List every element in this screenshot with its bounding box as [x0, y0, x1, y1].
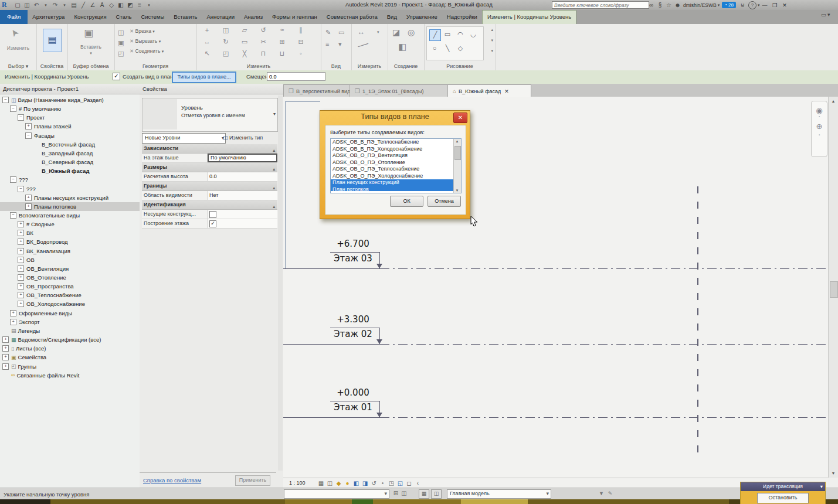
tab-file[interactable]: Файл: [0, 10, 28, 24]
tab-2[interactable]: Конструкция: [69, 10, 111, 24]
tree-item[interactable]: −# По умолчанию: [0, 104, 140, 113]
print-icon[interactable]: ▤: [69, 2, 79, 8]
trim-icon[interactable]: ⊞: [277, 38, 287, 46]
visual-style-icon[interactable]: ◆: [334, 479, 343, 488]
view-tab-1[interactable]: ❒В_перспективный вид: [283, 84, 358, 97]
properties-scrollbar[interactable]: [278, 96, 283, 471]
join-icon[interactable]: ◰: [118, 50, 124, 57]
property-value[interactable]: 0.0: [208, 172, 277, 181]
dot-icon[interactable]: ◦: [296, 50, 306, 57]
level-line[interactable]: [380, 417, 826, 418]
filter-icon[interactable]: ▼: [597, 491, 606, 496]
vertical-scrollbar[interactable]: ▲ ▼: [828, 97, 838, 478]
scroll-down-icon[interactable]: ▼: [829, 469, 838, 478]
offset-icon[interactable]: ◫: [221, 26, 230, 34]
expand-icon[interactable]: +: [18, 248, 24, 254]
tree-item[interactable]: +▯Листы (все): [0, 344, 140, 353]
aligned-dimension-icon[interactable]: ∠: [88, 2, 97, 8]
stop-broadcast-button[interactable]: Остановить: [757, 493, 809, 503]
crop-view-icon[interactable]: ◨: [361, 479, 369, 488]
ribbon-options-icon[interactable]: ▭ ▾: [821, 12, 830, 18]
scale-icon[interactable]: ↖: [202, 50, 212, 57]
expand-vcb-icon[interactable]: ‹: [413, 479, 422, 488]
pencil-icon[interactable]: ✎: [325, 29, 331, 36]
tab-8[interactable]: Формы и генплан: [267, 10, 322, 24]
scroll-down-icon[interactable]: ▼: [454, 189, 460, 192]
array-icon[interactable]: ▭: [240, 38, 249, 46]
dot-separator-icon[interactable]: •: [378, 479, 387, 488]
help-icon[interactable]: ?: [748, 1, 756, 9]
minimize-icon[interactable]: —: [759, 2, 769, 8]
tree-item[interactable]: ▤Легенды: [0, 326, 140, 335]
undo-icon[interactable]: ↶: [32, 2, 41, 8]
expand-icon[interactable]: +: [18, 301, 24, 307]
expand-icon[interactable]: +: [2, 336, 9, 343]
expand-icon[interactable]: +: [18, 257, 24, 263]
search-input[interactable]: [552, 1, 649, 9]
view-type-item[interactable]: ADSK_ОВ_О_ПЭ_Вентиляция: [331, 152, 461, 159]
geometry-item-2[interactable]: ✕ Соединить ▾: [130, 48, 164, 54]
level-line[interactable]: [380, 344, 826, 345]
tree-item[interactable]: −???: [0, 185, 140, 193]
expand-icon[interactable]: +: [25, 195, 32, 201]
tree-item[interactable]: +Планы потолков: [0, 202, 140, 211]
checkbox-checked-icon[interactable]: ✓: [209, 220, 216, 227]
property-group-header[interactable]: Размеры▴: [142, 163, 277, 172]
delete-icon[interactable]: ⊟: [296, 38, 306, 46]
tree-item[interactable]: +Оформленные виды: [0, 309, 140, 318]
collapse-icon[interactable]: −: [18, 114, 24, 121]
temporary-hide-icon[interactable]: ◳: [387, 479, 396, 488]
cut-geometry-icon[interactable]: ◫: [118, 29, 124, 36]
line-tool-icon[interactable]: ╱: [429, 29, 441, 41]
measure-line-icon[interactable]: ↔: [357, 28, 365, 36]
tag-icon[interactable]: ◇: [107, 2, 116, 8]
rotate-icon[interactable]: ↺: [259, 26, 268, 34]
cancel-button[interactable]: Отмена: [428, 196, 461, 207]
design-options-icon[interactable]: ◫: [400, 490, 408, 496]
workset-dropdown[interactable]: ▾: [284, 489, 389, 499]
properties-big-button[interactable]: ▤: [43, 29, 62, 52]
collapse-icon[interactable]: −: [25, 132, 32, 139]
scale-list-icon[interactable]: ▦: [317, 479, 325, 488]
circle-tool-icon[interactable]: ○: [429, 43, 440, 54]
create-similar-icon[interactable]: ◎: [408, 28, 415, 37]
move-icon[interactable]: ↔: [202, 38, 212, 45]
expand-icon[interactable]: +: [2, 354, 9, 360]
expand-icon[interactable]: +: [18, 274, 24, 281]
expand-icon[interactable]: +: [2, 345, 9, 352]
view-type-item[interactable]: План несущих конструкций: [331, 179, 461, 186]
tree-item[interactable]: +ВК_Водопровод: [0, 237, 140, 246]
chevron-down-icon[interactable]: ▾: [338, 40, 342, 48]
lines-icon[interactable]: ≡: [325, 40, 329, 47]
collapse-icon[interactable]: −: [10, 176, 16, 183]
user-icon[interactable]: ☻: [673, 2, 682, 8]
scroll-up-icon[interactable]: ▲: [454, 139, 460, 143]
revit-logo-icon[interactable]: R: [2, 1, 7, 9]
panel-label[interactable]: Геометрия: [114, 63, 196, 69]
qat-customize-icon[interactable]: ▾: [144, 3, 154, 8]
signed-in-user[interactable]: dmishin/ESWB: [682, 2, 718, 8]
view-types-listbox[interactable]: ADSK_ОВ_В_ПЭ_ТеплоснабжениеADSK_ОВ_В_ПЭ_…: [330, 138, 462, 193]
tree-item[interactable]: +ВК: [0, 229, 140, 237]
text-icon[interactable]: A: [97, 2, 107, 8]
tab-10[interactable]: Вид: [382, 10, 402, 24]
tab-12[interactable]: Надстройки: [442, 10, 482, 24]
sun-path-icon[interactable]: ●: [343, 479, 352, 488]
scrollbar-thumb[interactable]: [830, 281, 838, 298]
property-group-header[interactable]: Зависимости▴: [142, 144, 277, 154]
pin-icon[interactable]: ∥: [296, 26, 306, 34]
tab-1[interactable]: Архитектура: [28, 10, 69, 24]
expand-icon[interactable]: +: [18, 283, 24, 290]
undo-dropdown-icon[interactable]: ▾: [41, 3, 50, 8]
tree-item[interactable]: В_Восточный фасад: [0, 140, 140, 149]
default-3d-view-icon[interactable]: ◧: [116, 2, 125, 8]
listbox-scroll-thumb[interactable]: [454, 146, 461, 160]
user-dropdown-icon[interactable]: ▾: [718, 3, 720, 8]
panel-label[interactable]: Выбор ▾: [0, 63, 36, 69]
copy-icon[interactable]: ↻: [221, 38, 230, 46]
view-tab-3[interactable]: ⌂В_Южный фасад✕: [447, 84, 531, 97]
create-group-icon[interactable]: ◪: [392, 28, 400, 37]
expand-icon[interactable]: +: [18, 239, 24, 245]
property-group-header[interactable]: Идентификация▴: [142, 200, 277, 210]
expand-icon[interactable]: +: [10, 319, 16, 325]
